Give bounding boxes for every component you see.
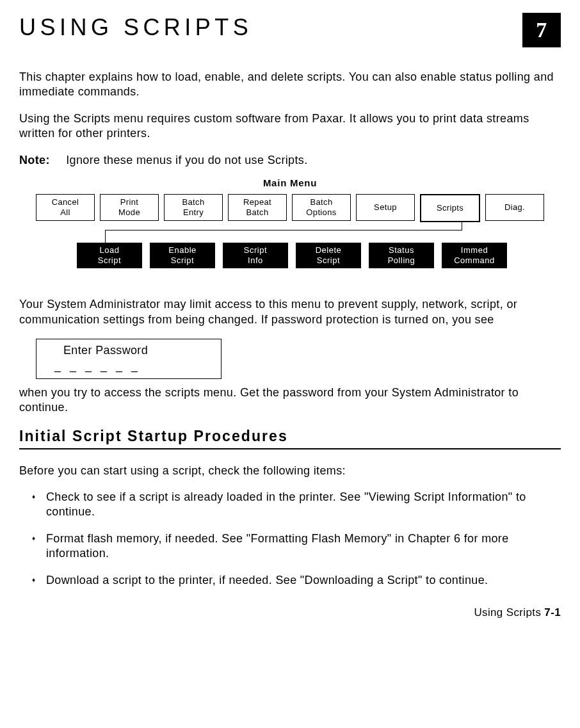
list-item: Download a script to the printer, if nee… (32, 573, 561, 588)
menu-batch-entry: BatchEntry (164, 194, 223, 221)
menu-cancel-all: CancelAll (36, 194, 95, 221)
password-prompt-label: Enter Password (45, 343, 212, 358)
menu-scripts: Scripts (420, 194, 480, 222)
admin-paragraph: Your System Administrator may limit acce… (19, 297, 561, 327)
access-paragraph: when you try to access the scripts menu.… (19, 385, 561, 416)
note-text: Ignore these menus if you do not use Scr… (66, 154, 307, 166)
password-prompt-blanks: _ _ _ _ _ _ (45, 359, 212, 373)
list-item: Format flash memory, if needed. See "For… (32, 531, 561, 562)
intro-paragraph-1: This chapter explains how to load, enabl… (19, 70, 561, 100)
menu-repeat-batch: RepeatBatch (228, 194, 287, 221)
footer-text: Using Scripts (474, 606, 541, 619)
submenu-status-polling: StatusPolling (369, 243, 434, 268)
diagram-connector (19, 222, 561, 243)
bullet-list: Check to see if a script is already load… (19, 490, 561, 588)
list-item: Check to see if a script is already load… (32, 490, 561, 520)
footer-page-number: 7-1 (544, 606, 561, 619)
submenu-load-script: LoadScript (77, 243, 142, 268)
password-prompt-box: Enter Password _ _ _ _ _ _ (36, 339, 222, 379)
page-title: USING SCRIPTS (19, 13, 252, 43)
menu-diag: Diag. (485, 194, 544, 221)
submenu-delete-script: DeleteScript (296, 243, 361, 268)
diagram-title: Main Menu (19, 177, 561, 190)
section-heading: Initial Script Startup Procedures (19, 427, 561, 449)
intro-paragraph-2: Using the Scripts menu requires custom s… (19, 111, 561, 142)
submenu-script-info: ScriptInfo (223, 243, 288, 268)
menu-batch-options: BatchOptions (292, 194, 351, 221)
note-label: Note: (19, 153, 50, 168)
page-footer: Using Scripts 7-1 (19, 606, 561, 620)
menu-setup: Setup (356, 194, 415, 221)
submenu-immed-command: ImmedCommand (442, 243, 507, 268)
note-row: Note: Ignore these menus if you do not u… (19, 153, 561, 168)
menu-print-mode: PrintMode (100, 194, 159, 221)
section-intro: Before you can start using a script, che… (19, 464, 561, 478)
submenu-enable-script: EnableScript (150, 243, 215, 268)
chapter-number-badge: 7 (522, 13, 561, 47)
menu-diagram: Main Menu CancelAll PrintMode BatchEntry… (19, 177, 561, 269)
